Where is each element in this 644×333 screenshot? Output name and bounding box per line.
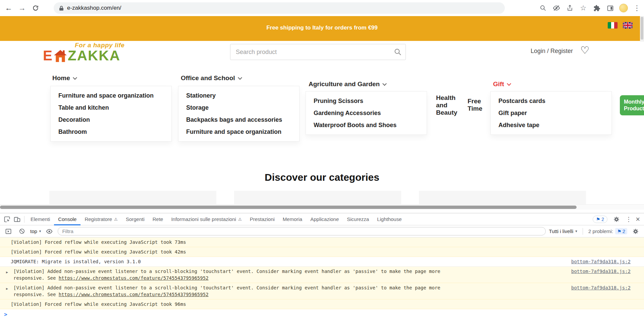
url-text: e-zakkashop.com/en/ (67, 5, 121, 11)
house-icon (54, 50, 67, 62)
puzzle-icon (593, 5, 600, 12)
share-icon (567, 5, 573, 11)
browser-menu-button[interactable]: ⋮ (633, 4, 641, 12)
menu-item[interactable]: Postcards cards (491, 95, 611, 107)
back-button[interactable]: ← (3, 2, 15, 14)
console-filter-input[interactable] (58, 227, 545, 235)
chromestatus-link[interactable]: https://www.chromestatus.com/feature/574… (59, 275, 209, 281)
menu-item[interactable]: Backpacks bags and accessories (178, 114, 299, 126)
url-bar[interactable]: e-zakkashop.com/en/ (54, 2, 505, 14)
devtools-panel: Elementi Console Registratore⚠ Sorgenti … (0, 213, 644, 333)
menu-item[interactable]: Table and kitchen (51, 102, 171, 114)
split-view-button[interactable] (606, 4, 614, 12)
experimental-warning-icon: ⚠ (114, 217, 118, 222)
tab-lighthouse[interactable]: Lighthouse (373, 213, 406, 225)
nav-item-gift[interactable]: Gift (493, 80, 511, 88)
login-register-link[interactable]: Login / Register (531, 48, 573, 55)
menu-item[interactable]: Decoration (51, 114, 171, 126)
devtools-menu-button[interactable]: ⋮ (626, 216, 632, 223)
eye-icon (46, 228, 53, 235)
uk-flag-icon[interactable] (623, 22, 633, 29)
horizontal-scrollbar (0, 204, 644, 210)
divider (583, 228, 583, 235)
tab-elements[interactable]: Elementi (26, 213, 54, 225)
console-prompt[interactable]: > (0, 309, 644, 319)
console-message[interactable]: [Violation] Forced reflow while executin… (0, 247, 644, 257)
nav-item-health-beauty[interactable]: Health and Beauty (436, 94, 460, 116)
chevron-down-icon: ▾ (575, 229, 577, 233)
search-input[interactable] (230, 44, 406, 60)
menu-item[interactable]: Pruning Scissors (306, 95, 427, 107)
source-link[interactable]: bottom-7af9da318.js:2 (565, 258, 631, 265)
menu-item[interactable]: Stationery (178, 90, 299, 102)
inspect-element-button[interactable] (2, 214, 12, 224)
console-toolbar: top▾ Tutti i livelli▾ 2 problemi: ⚑ 2 (0, 225, 644, 237)
tab-performance-insights[interactable]: Informazioni sulle prestazioni⚠ (167, 213, 246, 225)
italian-flag-icon[interactable] (608, 22, 618, 29)
problems-badge[interactable]: ⚑ 2 (615, 228, 627, 234)
console-message[interactable]: ▶ [Violation] Added non-passive event li… (0, 267, 644, 283)
dropdown-gift: Postcards cards Gift paper Adhesive tape (490, 91, 612, 135)
chromestatus-link[interactable]: https://www.chromestatus.com/feature/574… (59, 292, 209, 297)
search-icon[interactable] (394, 48, 402, 56)
menu-item[interactable]: Gardening Accessories (306, 107, 427, 119)
issues-counter-button[interactable]: ⚑ 2 (593, 216, 607, 223)
category-placeholder[interactable] (419, 191, 586, 206)
zoom-button[interactable] (539, 4, 547, 12)
devtools-settings-button[interactable] (611, 214, 622, 224)
extensions-button[interactable] (592, 4, 601, 12)
bookmark-button[interactable]: ☆ (579, 4, 588, 12)
tab-memory[interactable]: Memoria (279, 213, 306, 225)
devtools-close-button[interactable]: × (636, 216, 640, 223)
nav-item-free-time[interactable]: Free Time (468, 98, 484, 112)
reload-button[interactable] (30, 2, 42, 14)
category-placeholder[interactable] (234, 191, 401, 206)
console-message[interactable]: JQMIGRATE: Migrate is installed, version… (0, 257, 644, 267)
live-expression-button[interactable] (44, 226, 54, 236)
source-link[interactable]: bottom-7af9da318.js:2 (565, 284, 631, 291)
clear-console-button[interactable] (17, 226, 27, 236)
site-logo[interactable]: For a happy life E ZAKKA (43, 42, 124, 62)
wishlist-button[interactable]: ♡ (580, 44, 589, 56)
tab-security[interactable]: Sicurezza (343, 213, 373, 225)
expand-triangle-icon[interactable]: ▶ (6, 284, 11, 292)
share-button[interactable] (566, 4, 574, 12)
tab-console[interactable]: Console (54, 213, 80, 225)
log-levels-dropdown[interactable]: Tutti i livelli▾ (549, 228, 577, 234)
console-settings-button[interactable] (631, 226, 641, 236)
expand-triangle-icon[interactable]: ▶ (6, 268, 11, 276)
menu-item[interactable]: Bathroom (51, 126, 171, 138)
tracking-protection-button[interactable] (552, 4, 561, 12)
tab-recorder[interactable]: Registratore⚠ (80, 213, 121, 225)
source-link[interactable]: bottom-7af9da318.js:2 (565, 268, 631, 275)
nav-item-agriculture-garden[interactable]: Agriculture and Garden (309, 80, 386, 88)
nav-item-home[interactable]: Home (52, 74, 76, 82)
experimental-warning-icon: ⚠ (238, 217, 242, 222)
tab-application[interactable]: Applicazione (306, 213, 343, 225)
logo-letter-e: E (43, 49, 53, 62)
tab-network[interactable]: Rete (149, 213, 167, 225)
menu-item[interactable]: Gift paper (491, 107, 611, 119)
chevron-down-icon (382, 81, 387, 86)
monthly-products-badge[interactable]: Monthly Products (620, 95, 644, 115)
menu-item[interactable]: Waterproof Boots and Shoes (306, 119, 427, 131)
tab-sources[interactable]: Sorgenti (122, 213, 149, 225)
console-message[interactable]: [Violation] Forced reflow while executin… (0, 299, 644, 309)
console-message[interactable]: ▶ [Violation] Added non-passive event li… (0, 283, 644, 299)
horizontal-scrollbar-thumb[interactable] (0, 206, 577, 209)
device-toolbar-button[interactable] (12, 214, 22, 224)
nav-item-office-school[interactable]: Office and School (181, 74, 241, 82)
console-sidebar-toggle[interactable] (3, 226, 13, 236)
menu-item[interactable]: Storage (178, 102, 299, 114)
console-message[interactable]: [Violation] Forced reflow while executin… (0, 237, 644, 247)
issues-flag-icon: ⚑ (596, 217, 600, 222)
category-placeholder[interactable] (49, 191, 216, 206)
menu-item[interactable]: Furniture and space organization (51, 90, 171, 102)
tab-performance[interactable]: Prestazioni (246, 213, 279, 225)
forward-button[interactable]: → (16, 2, 28, 14)
profile-avatar[interactable] (619, 4, 628, 12)
vertical-scrollbar-thumb[interactable] (641, 17, 643, 40)
menu-item[interactable]: Furniture and space organization (178, 126, 299, 138)
menu-item[interactable]: Adhesive tape (491, 119, 611, 131)
js-context-selector[interactable]: top▾ (30, 228, 41, 234)
